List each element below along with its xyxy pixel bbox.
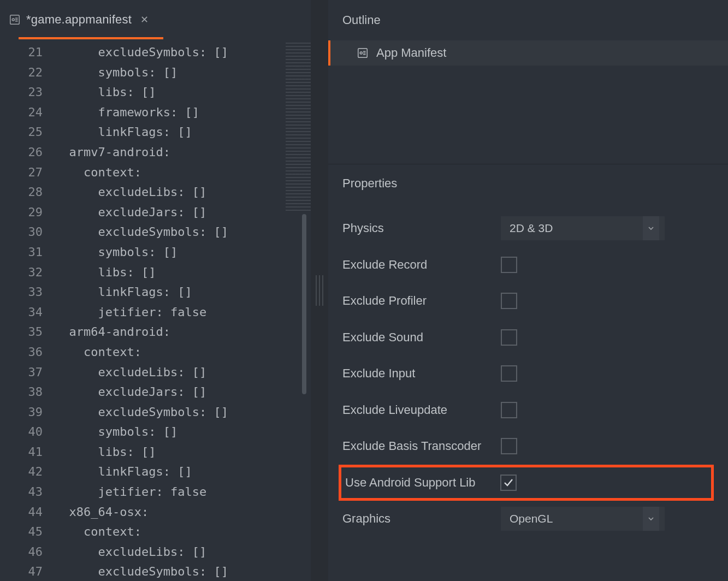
use-android-support-checkbox[interactable] xyxy=(500,475,517,491)
exclude-record-checkbox[interactable] xyxy=(501,257,517,273)
outline-item-app-manifest[interactable]: App Manifest xyxy=(328,40,728,66)
splitter-grip xyxy=(316,275,323,306)
manifest-icon xyxy=(9,14,21,26)
scrollbar-thumb[interactable] xyxy=(302,214,306,394)
line-number-gutter: 2122232425262728293031323334353637383940… xyxy=(0,43,55,581)
property-exclude-profiler: Exclude Profiler xyxy=(342,283,714,319)
chevron-down-icon xyxy=(643,507,659,531)
svg-point-1 xyxy=(12,19,14,21)
tab-title: *game.appmanifest xyxy=(26,13,132,27)
close-icon[interactable]: ✕ xyxy=(140,14,149,26)
exclude-sound-checkbox[interactable] xyxy=(501,329,517,346)
property-label: Exclude Profiler xyxy=(342,294,501,308)
tab-game-appmanifest[interactable]: *game.appmanifest ✕ xyxy=(0,0,157,39)
property-graphics: Graphics OpenGL xyxy=(342,501,714,537)
code-editor[interactable]: 2122232425262728293031323334353637383940… xyxy=(0,39,311,581)
property-label: Exclude Liveupdate xyxy=(342,403,501,417)
graphics-select[interactable]: OpenGL xyxy=(501,507,665,531)
svg-point-3 xyxy=(360,52,362,54)
property-label: Exclude Record xyxy=(342,258,501,272)
properties-panel: Properties Physics 2D & 3D Exclude Recor… xyxy=(328,164,728,581)
code-content[interactable]: excludeSymbols: [] symbols: [] libs: [] … xyxy=(55,43,311,581)
manifest-icon xyxy=(357,47,369,59)
property-label: Use Android Support Lib xyxy=(342,476,500,490)
property-label: Exclude Input xyxy=(342,366,501,381)
property-physics: Physics 2D & 3D xyxy=(342,210,714,247)
right-panel: Outline App Manifest Properties Physics … xyxy=(328,0,728,581)
properties-panel-title: Properties xyxy=(342,176,714,191)
editor-panel: *game.appmanifest ✕ 21222324252627282930… xyxy=(0,0,311,581)
tab-active-indicator xyxy=(19,37,163,39)
exclude-input-checkbox[interactable] xyxy=(501,365,517,382)
property-label: Exclude Basis Transcoder xyxy=(342,439,501,453)
property-label: Exclude Sound xyxy=(342,330,501,345)
physics-select[interactable]: 2D & 3D xyxy=(501,216,665,240)
outline-body xyxy=(328,66,728,164)
chevron-down-icon xyxy=(643,216,659,240)
property-exclude-sound: Exclude Sound xyxy=(342,319,714,356)
outline-panel-title: Outline xyxy=(328,0,728,40)
property-exclude-input: Exclude Input xyxy=(342,355,714,392)
exclude-basis-checkbox[interactable] xyxy=(501,438,517,454)
property-label: Physics xyxy=(342,221,501,235)
panel-splitter[interactable] xyxy=(311,0,328,581)
exclude-liveupdate-checkbox[interactable] xyxy=(501,402,517,418)
select-value: OpenGL xyxy=(510,512,553,525)
property-label: Graphics xyxy=(342,512,501,526)
property-exclude-basis: Exclude Basis Transcoder xyxy=(342,428,714,465)
select-value: 2D & 3D xyxy=(510,222,553,235)
minimap[interactable] xyxy=(286,43,311,212)
exclude-profiler-checkbox[interactable] xyxy=(501,293,517,309)
property-use-android-support-highlighted: Use Android Support Lib xyxy=(339,465,714,501)
property-exclude-liveupdate: Exclude Liveupdate xyxy=(342,392,714,429)
tab-bar: *game.appmanifest ✕ xyxy=(0,0,311,39)
outline-item-label: App Manifest xyxy=(376,46,446,60)
property-exclude-record: Exclude Record xyxy=(342,247,714,283)
